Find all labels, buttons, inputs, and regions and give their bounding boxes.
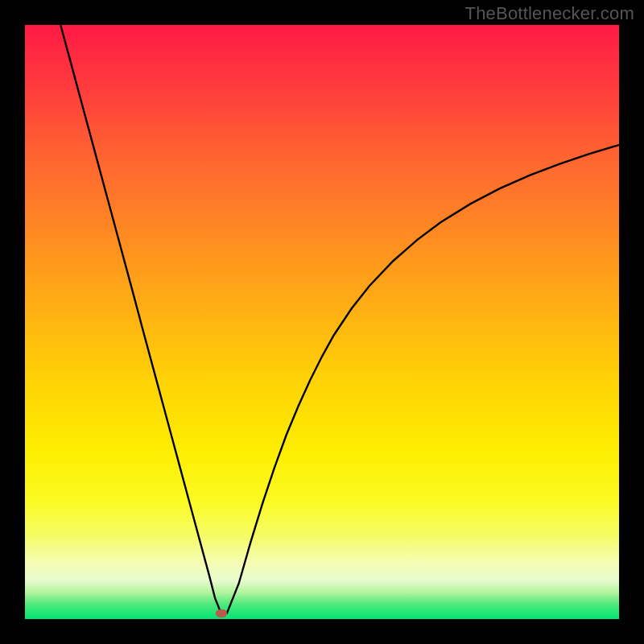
svg-rect-0	[25, 25, 619, 619]
plot-area	[25, 25, 619, 619]
watermark-text: TheBottlenecker.com	[465, 3, 634, 24]
background-gradient	[25, 25, 619, 619]
optimum-marker	[216, 609, 227, 617]
chart-frame: TheBottlenecker.com	[0, 0, 644, 644]
